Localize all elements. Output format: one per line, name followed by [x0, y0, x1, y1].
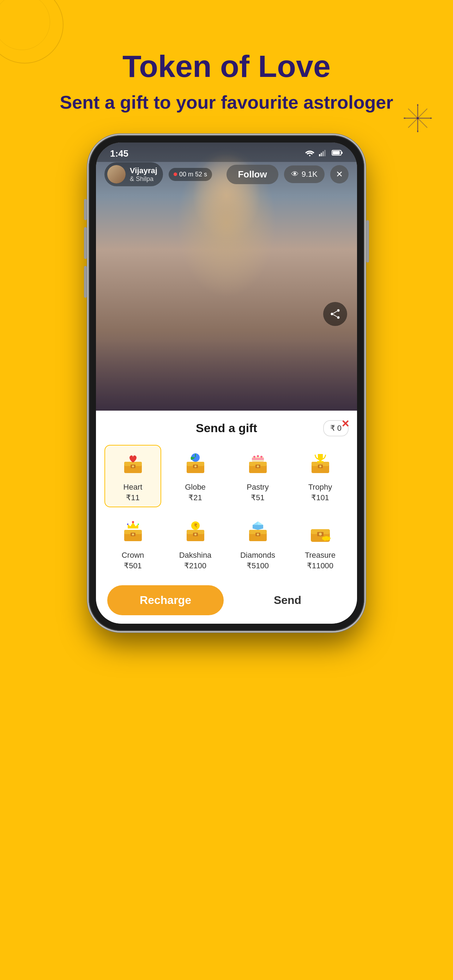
views-count: 9.1K [302, 170, 318, 179]
host-names: Vijayraj & Shilpa [130, 166, 157, 183]
gift-icon-diamonds [246, 519, 270, 547]
close-video-button[interactable]: ✕ [330, 165, 348, 183]
gift-price-diamonds: ₹5100 [246, 561, 269, 570]
svg-point-9 [309, 155, 310, 156]
gift-item-diamonds[interactable]: Diamonds ₹5100 [229, 513, 286, 575]
svg-point-35 [253, 456, 256, 458]
recharge-button[interactable]: Recharge [107, 585, 224, 615]
gift-grid: Heart ₹11 Globe ₹21 Pastry ₹51 Trophy ₹1… [105, 445, 348, 575]
svg-rect-10 [319, 154, 320, 156]
svg-point-4 [416, 117, 419, 119]
status-icons [305, 149, 343, 158]
host-info: Vijayraj & Shilpa [105, 162, 163, 186]
svg-rect-13 [324, 150, 326, 156]
gift-name-treasure: Treasure [305, 550, 335, 560]
svg-point-6 [417, 130, 418, 132]
gift-price-crown: ₹501 [124, 561, 142, 570]
svg-point-69 [319, 533, 322, 536]
svg-marker-63 [253, 525, 263, 530]
gift-name-crown: Crown [122, 550, 144, 560]
gift-actions: Recharge Send [105, 585, 348, 615]
host-avatar [107, 165, 126, 183]
svg-line-21 [334, 315, 337, 317]
gift-panel: Send a gift ₹ 0 ✕ Heart ₹11 Globe ₹21 Pa… [96, 410, 357, 624]
phone-mockup: 1:45 [89, 135, 364, 631]
svg-point-5 [417, 104, 418, 106]
gift-panel-header: Send a gift ₹ 0 ✕ [105, 421, 348, 435]
phone-container: 1:45 [0, 135, 453, 631]
follow-button[interactable]: Follow [227, 165, 278, 184]
gift-icon-globe [183, 451, 208, 479]
gift-item-dakshina[interactable]: ₹ Dakshina ₹2100 [167, 513, 224, 575]
svg-rect-16 [342, 152, 343, 154]
svg-point-74 [324, 539, 326, 541]
svg-rect-43 [317, 461, 324, 463]
phone-side-right [366, 220, 369, 262]
close-icon: ✕ [336, 169, 343, 179]
gift-price-treasure: ₹11000 [307, 561, 334, 570]
svg-rect-15 [333, 151, 340, 154]
gift-item-crown[interactable]: Crown ₹501 [105, 513, 161, 575]
timer-badge: 00 m 52 s [168, 168, 212, 181]
host-name: Vijayraj [130, 166, 157, 175]
volume-btn-1 [84, 199, 87, 220]
views-badge: 👁 9.1K [284, 165, 324, 183]
status-time: 1:45 [110, 148, 129, 159]
close-panel-button[interactable]: ✕ [341, 418, 349, 430]
gift-name-dakshina: Dakshina [179, 550, 212, 560]
phone-side-left [84, 199, 87, 298]
gift-icon-treasure [308, 519, 333, 547]
svg-point-48 [132, 521, 134, 523]
send-button[interactable]: Send [229, 585, 346, 615]
gift-price-trophy: ₹101 [311, 493, 329, 502]
svg-point-65 [257, 533, 259, 536]
svg-rect-11 [321, 153, 322, 156]
live-dot [173, 172, 177, 176]
svg-point-75 [327, 538, 329, 541]
gift-item-trophy[interactable]: Trophy ₹101 [292, 445, 348, 507]
svg-marker-62 [258, 522, 263, 525]
phone-wrapper: 1:45 [89, 135, 364, 631]
status-bar: 1:45 [96, 143, 357, 162]
header-section: Token of Love Sent a gift to your favour… [0, 0, 453, 135]
gift-icon-crown [121, 519, 145, 547]
svg-rect-12 [323, 151, 324, 156]
svg-point-45 [319, 465, 321, 468]
wallet-amount: ₹ 0 [330, 424, 342, 433]
eye-icon: 👁 [291, 170, 299, 179]
gift-item-pastry[interactable]: Pastry ₹51 [229, 445, 286, 507]
gift-icon-heart [121, 451, 145, 479]
gift-item-globe[interactable]: Globe ₹21 [167, 445, 224, 507]
gift-price-globe: ₹21 [188, 493, 202, 502]
svg-text:₹: ₹ [194, 523, 197, 528]
bg-decoration-circle-inner [0, 0, 50, 50]
svg-point-19 [337, 317, 340, 319]
host-subtitle: & Shilpa [130, 175, 157, 183]
svg-rect-42 [319, 459, 321, 461]
page-title: Token of Love [0, 49, 453, 84]
svg-point-25 [132, 465, 134, 468]
signal-icon [319, 149, 327, 158]
wifi-icon [305, 149, 315, 158]
battery-icon [332, 150, 343, 158]
page-subtitle: Sent a gift to your favourite astrologer [0, 91, 453, 115]
gift-icon-pastry [246, 451, 270, 479]
share-button[interactable] [323, 302, 347, 326]
gift-name-heart: Heart [124, 483, 143, 492]
svg-point-39 [257, 465, 259, 468]
volume-btn-2 [84, 227, 87, 259]
svg-point-36 [257, 455, 259, 457]
svg-point-37 [261, 456, 262, 458]
svg-point-52 [132, 533, 134, 536]
svg-line-20 [334, 311, 337, 313]
video-area: Vijayraj & Shilpa 00 m 52 s Follow 👁 9.1… [96, 143, 357, 410]
gift-icon-dakshina: ₹ [183, 519, 208, 547]
svg-rect-34 [252, 458, 264, 460]
avatar-image [107, 165, 126, 183]
star-decoration [402, 102, 434, 135]
svg-point-18 [331, 313, 334, 315]
gift-item-heart[interactable]: Heart ₹11 [105, 445, 161, 507]
svg-point-49 [127, 523, 129, 525]
svg-point-17 [337, 309, 340, 312]
gift-item-treasure[interactable]: Treasure ₹11000 [292, 513, 348, 575]
